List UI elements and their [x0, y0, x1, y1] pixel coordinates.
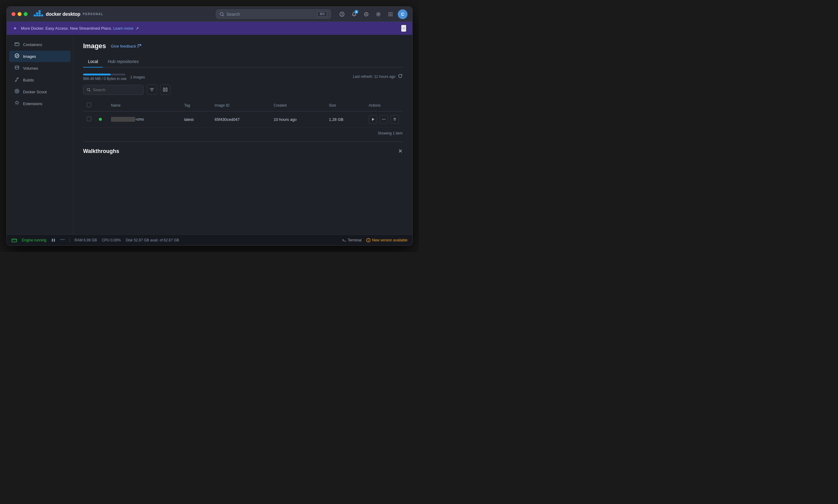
banner-text: More Docker. Easy Access. New Streamline… — [21, 26, 397, 31]
col-header-tag[interactable]: Tag — [181, 100, 211, 111]
sidebar-item-extensions[interactable]: Extensions — [9, 98, 71, 109]
settings-button[interactable] — [374, 10, 383, 19]
walkthroughs-header: Walkthroughs ✕ — [83, 148, 403, 155]
new-version-button[interactable]: ! New version available — [366, 238, 408, 242]
statusbar-divider-1 — [69, 238, 70, 242]
cpu-stat: CPU 0.00% — [102, 238, 121, 242]
col-header-created[interactable]: Created — [270, 100, 325, 111]
svg-point-14 — [389, 12, 390, 13]
feedback-link[interactable]: Give feedback — [111, 44, 141, 49]
engine-status: Engine running — [22, 238, 46, 242]
search-kbd-shortcut: ⌘K — [318, 12, 327, 17]
status-running-dot — [99, 118, 102, 121]
close-button[interactable] — [12, 12, 15, 16]
svg-point-16 — [392, 12, 393, 13]
svg-text:!: ! — [368, 239, 369, 242]
delete-button[interactable] — [391, 115, 399, 124]
builds-icon — [14, 77, 20, 83]
svg-point-24 — [15, 43, 16, 43]
svg-rect-41 — [12, 239, 17, 242]
minimize-button[interactable] — [18, 12, 21, 16]
svg-point-44 — [60, 239, 61, 240]
disk-stat: Disk 52.87 GB avail. of 62.67 GB — [125, 238, 179, 242]
tab-hub-repositories[interactable]: Hub repositories — [103, 56, 143, 68]
global-search[interactable]: Search ⌘K — [216, 10, 331, 19]
ram-stat: RAM 6.99 GB — [74, 238, 97, 242]
svg-rect-2 — [36, 13, 38, 14]
external-link-icon — [138, 44, 141, 48]
more-options-button[interactable] — [380, 115, 388, 124]
svg-point-18 — [390, 14, 391, 15]
svg-point-27 — [15, 66, 19, 68]
svg-marker-37 — [372, 118, 374, 121]
svg-rect-43 — [54, 239, 55, 242]
run-button[interactable] — [369, 115, 377, 124]
svg-point-19 — [392, 14, 393, 15]
terminal-button[interactable]: Terminal — [342, 238, 361, 242]
svg-line-31 — [89, 90, 90, 91]
row-image-id-cell: 65f430ced047 — [211, 111, 270, 127]
sidebar-item-containers[interactable]: Containers — [9, 39, 71, 50]
app-window: docker desktop PERSONAL Search ⌘K ? — [6, 6, 413, 246]
builds-label: Builds — [23, 78, 34, 83]
columns-button[interactable] — [160, 85, 170, 95]
banner-learn-more-link[interactable]: Learn more — [113, 26, 133, 31]
sidebar-item-builds[interactable]: Builds — [9, 74, 71, 86]
banner-close-button[interactable]: ✕ — [401, 25, 406, 32]
row-action-icons — [369, 115, 399, 124]
sidebar-item-docker-scout[interactable]: Docker Scout — [9, 86, 71, 97]
col-header-image-id[interactable]: Image ID — [211, 100, 270, 111]
content-area: Images Give feedback Local Hub repositor… — [73, 35, 412, 234]
logo-area: docker desktop PERSONAL — [34, 10, 103, 18]
sidebar: Containers Images Volume — [7, 35, 73, 234]
svg-rect-36 — [166, 88, 167, 91]
notifications-button[interactable]: 2 — [349, 10, 359, 19]
statusbar-more-options[interactable] — [60, 237, 65, 242]
refresh-button[interactable] — [398, 74, 403, 79]
row-checkbox[interactable] — [87, 116, 91, 121]
row-size-cell: 1.28 GB — [325, 111, 365, 127]
showing-count: Showing 1 item — [83, 131, 403, 136]
svg-point-15 — [390, 12, 391, 13]
help-button[interactable]: ? — [337, 10, 347, 19]
refresh-row: Last refresh: 11 hours ago — [353, 74, 403, 79]
tab-local[interactable]: Local — [83, 56, 103, 68]
images-tabs: Local Hub repositories — [83, 56, 403, 68]
notification-badge: 2 — [355, 10, 358, 14]
personal-badge: PERSONAL — [83, 13, 103, 16]
images-table: Name Tag Image ID Created Size Actions — [83, 100, 403, 127]
page-header: Images Give feedback — [83, 42, 403, 50]
images-search-box[interactable] — [83, 85, 144, 95]
svg-point-38 — [382, 119, 383, 120]
apps-button[interactable] — [386, 10, 395, 19]
main-layout: Containers Images Volume — [7, 35, 412, 234]
volumes-icon — [14, 65, 20, 71]
maximize-button[interactable] — [24, 12, 28, 16]
images-label: Images — [23, 54, 36, 59]
containers-label: Containers — [23, 42, 42, 47]
col-header-check — [83, 100, 95, 111]
table-row[interactable]: -cms latest 65f430ced047 10 hours ago 1.… — [83, 111, 403, 127]
col-header-size[interactable]: Size — [325, 100, 365, 111]
user-avatar[interactable]: C — [398, 10, 408, 19]
svg-point-17 — [389, 14, 390, 15]
sidebar-item-images[interactable]: Images — [9, 51, 71, 62]
extensions-icon — [14, 101, 20, 107]
col-header-name[interactable]: Name — [107, 100, 181, 111]
walkthroughs-close-button[interactable]: ✕ — [398, 148, 403, 155]
svg-rect-35 — [164, 88, 165, 91]
svg-rect-5 — [38, 10, 41, 12]
svg-point-45 — [62, 239, 63, 240]
app-logo-text: docker desktop — [46, 12, 80, 17]
select-all-checkbox[interactable] — [87, 103, 91, 107]
upgrade-banner: ✦ More Docker. Easy Access. New Streamli… — [7, 22, 412, 35]
storage-bar — [83, 74, 125, 75]
filter-button[interactable] — [147, 85, 157, 95]
svg-rect-1 — [36, 15, 38, 16]
pause-controls[interactable] — [51, 238, 55, 242]
images-count: 1 images — [130, 75, 145, 79]
images-search-input[interactable] — [93, 88, 140, 92]
row-tag-cell: latest — [181, 111, 211, 127]
scout-button[interactable] — [361, 10, 371, 19]
sidebar-item-volumes[interactable]: Volumes — [9, 62, 71, 74]
